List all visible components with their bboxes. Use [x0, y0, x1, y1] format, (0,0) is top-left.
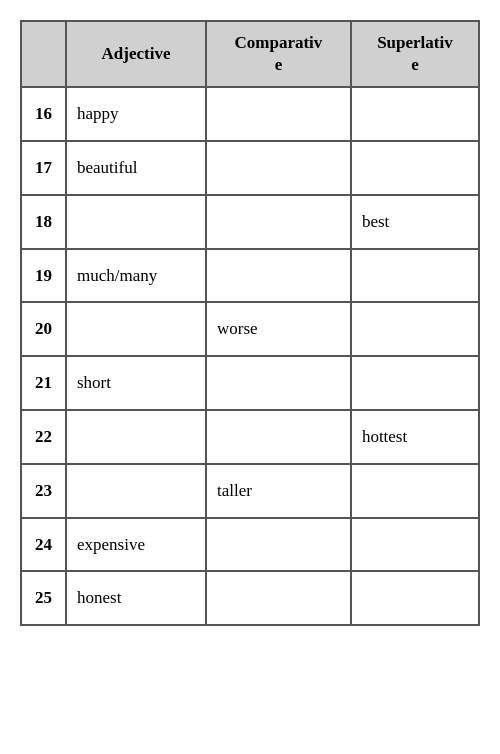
superlative-cell — [351, 464, 479, 518]
row-number: 17 — [21, 141, 66, 195]
superlative-cell — [351, 87, 479, 141]
adjective-cell: expensive — [66, 518, 206, 572]
comparative-header: Comparative — [206, 21, 351, 87]
adjective-cell: happy — [66, 87, 206, 141]
table-row: 17beautiful — [21, 141, 479, 195]
adjective-cell — [66, 410, 206, 464]
comparative-cell — [206, 518, 351, 572]
superlative-cell: best — [351, 195, 479, 249]
adjective-cell — [66, 464, 206, 518]
row-number: 18 — [21, 195, 66, 249]
row-number: 25 — [21, 571, 66, 625]
adjective-cell: beautiful — [66, 141, 206, 195]
superlative-cell — [351, 518, 479, 572]
table-row: 19much/many — [21, 249, 479, 303]
table-row: 24expensive — [21, 518, 479, 572]
table-row: 20worse — [21, 302, 479, 356]
adjective-cell: honest — [66, 571, 206, 625]
adjective-cell — [66, 302, 206, 356]
table-row: 16happy — [21, 87, 479, 141]
row-number: 24 — [21, 518, 66, 572]
comparative-cell — [206, 141, 351, 195]
comparative-cell — [206, 410, 351, 464]
comparative-cell — [206, 87, 351, 141]
superlative-cell — [351, 249, 479, 303]
comparative-cell: taller — [206, 464, 351, 518]
grammar-table-wrapper: Adjective Comparative Superlative 16happ… — [20, 20, 480, 626]
row-number: 16 — [21, 87, 66, 141]
comparative-cell — [206, 249, 351, 303]
row-number: 20 — [21, 302, 66, 356]
superlative-cell — [351, 141, 479, 195]
superlative-cell: hottest — [351, 410, 479, 464]
comparative-cell — [206, 571, 351, 625]
adjective-cell — [66, 195, 206, 249]
table-row: 21short — [21, 356, 479, 410]
superlative-cell — [351, 302, 479, 356]
adjective-comparison-table: Adjective Comparative Superlative 16happ… — [20, 20, 480, 626]
superlative-cell — [351, 571, 479, 625]
adjective-cell: short — [66, 356, 206, 410]
comparative-cell — [206, 356, 351, 410]
table-row: 23taller — [21, 464, 479, 518]
table-row: 18best — [21, 195, 479, 249]
superlative-header: Superlative — [351, 21, 479, 87]
adjective-header: Adjective — [66, 21, 206, 87]
table-row: 25honest — [21, 571, 479, 625]
row-number: 23 — [21, 464, 66, 518]
table-header-row: Adjective Comparative Superlative — [21, 21, 479, 87]
comparative-cell — [206, 195, 351, 249]
table-row: 22hottest — [21, 410, 479, 464]
row-number: 22 — [21, 410, 66, 464]
num-header — [21, 21, 66, 87]
comparative-cell: worse — [206, 302, 351, 356]
row-number: 19 — [21, 249, 66, 303]
adjective-cell: much/many — [66, 249, 206, 303]
superlative-cell — [351, 356, 479, 410]
row-number: 21 — [21, 356, 66, 410]
